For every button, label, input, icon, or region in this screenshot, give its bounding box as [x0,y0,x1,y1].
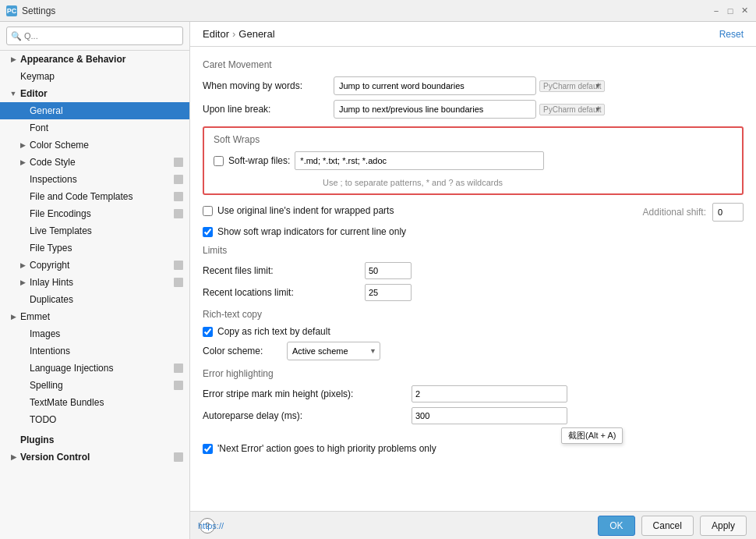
stripe-mark-label: Error stripe mark min height (pixels): [203,388,405,399]
sidebar-item-plugins[interactable]: Plugins [0,428,189,449]
soft-wrap-hint: Use ; to separate patterns, * and ? as w… [323,178,733,187]
sidebar-item-keymap[interactable]: Keymap [0,68,189,85]
sidebar-item-color-scheme[interactable]: ▶ Color Scheme [0,137,189,154]
spacer-icon [19,107,26,115]
sidebar-item-live-templates[interactable]: Live Templates [0,222,189,239]
color-scheme-select[interactable]: Active scheme Default Darcula [287,342,380,360]
sidebar-item-label: Language Injections [30,363,113,374]
soft-wrap-files-row: Soft-wrap files: [214,151,733,173]
content-area: Editor › General Reset Caret Movement Wh… [190,22,756,539]
breadcrumb: Editor › General [203,28,275,40]
soft-wrap-label: Soft-wrap files: [228,155,290,166]
sidebar-item-label: Version Control [20,452,90,463]
sidebar-item-version-control[interactable]: ▶ Version Control [0,449,189,466]
sidebar-item-label: Copyright [30,260,69,271]
line-break-select-wrap: Jump to next/previous line boundaries ▼ … [334,100,605,119]
page-icon [174,175,183,184]
close-button[interactable]: ✕ [739,5,750,16]
sidebar-item-label: Inlay Hints [30,277,73,288]
content-body: Caret Movement When moving by words: Jum… [190,47,756,511]
rich-text-title: Rich-text copy [203,309,744,320]
spacer-icon [9,436,17,444]
sidebar-item-label: Live Templates [30,225,92,236]
sidebar-item-file-code-templates[interactable]: File and Code Templates [0,188,189,205]
soft-wrap-indicators-row: Show soft wrap indicators for current li… [203,226,744,237]
word-movement-row: When moving by words: Jump to current wo… [203,76,744,95]
sidebar-item-emmet[interactable]: ▶ Emmet [0,308,189,325]
recent-files-input[interactable] [365,262,412,279]
copy-rich-text-checkbox[interactable] [203,327,213,337]
apply-button[interactable]: Apply [700,516,747,536]
page-icon [174,192,183,201]
additional-shift-input[interactable] [712,203,744,222]
sidebar-item-label: File Types [30,243,72,254]
breadcrumb-separator: › [232,28,235,40]
app-icon: PC [6,5,17,16]
sidebar-item-editor[interactable]: ▼ Editor [0,85,189,102]
chevron-right-icon: ▶ [19,141,26,149]
word-movement-select-wrap: Jump to current word boundaries ▼ PyChar… [334,76,605,95]
url-text: https:// [198,521,224,530]
sidebar-item-label: Color Scheme [30,140,89,151]
additional-shift-label: Additional shift: [643,207,706,218]
sidebar-item-copyright[interactable]: ▶ Copyright [0,257,189,274]
ok-button[interactable]: OK [598,516,634,536]
autoreparse-input[interactable] [412,407,567,424]
sidebar-item-duplicates[interactable]: Duplicates [0,291,189,308]
spacer-icon [19,176,26,183]
sidebar-item-label: Emmet [20,311,50,322]
spacer-icon [19,347,26,355]
window-controls[interactable]: − □ ✕ [711,5,750,16]
sidebar-item-label: File Encodings [30,208,91,219]
sidebar-item-label: Duplicates [30,294,73,305]
sidebar-item-intentions[interactable]: Intentions [0,342,189,360]
search-input[interactable] [6,27,183,45]
minimize-button[interactable]: − [711,5,722,16]
sidebar-item-code-style[interactable]: ▶ Code Style [0,154,189,171]
sidebar-item-appearance[interactable]: ▶ Appearance & Behavior [0,51,189,68]
error-highlighting-title: Error highlighting [203,368,744,379]
sidebar-item-language-injections[interactable]: Language Injections [0,360,189,377]
soft-wrap-checkbox[interactable] [214,156,224,166]
recent-locations-input[interactable] [365,284,412,301]
reset-link[interactable]: Reset [719,29,744,40]
soft-wraps-title: Soft Wraps [214,134,733,145]
sidebar-item-inspections[interactable]: Inspections [0,171,189,188]
sidebar-item-file-types[interactable]: File Types [0,239,189,257]
recent-files-label: Recent files limit: [203,265,359,276]
sidebar-item-inlay-hints[interactable]: ▶ Inlay Hints [0,274,189,291]
spacer-icon [19,399,26,406]
next-error-checkbox[interactable] [203,444,213,454]
sidebar-item-label: TextMate Bundles [30,397,104,408]
line-break-label: Upon line break: [203,104,327,115]
word-movement-select[interactable]: Jump to current word boundaries [334,76,536,95]
chevron-right-icon: ▶ [9,313,17,321]
original-indent-row: Use original line's indent for wrapped p… [203,203,744,222]
breadcrumb-general: General [238,28,274,40]
title-bar: PC Settings − □ ✕ [0,0,756,22]
original-indent-checkbox[interactable] [203,206,213,216]
soft-wrap-checkbox-row: Soft-wrap files: [214,151,544,170]
search-wrap: 🔍 [6,27,183,45]
sidebar-item-spelling[interactable]: Spelling [0,377,189,394]
sidebar-item-general[interactable]: General [0,102,189,119]
stripe-mark-input[interactable] [412,385,567,402]
spacer-icon [19,296,26,303]
page-icon [174,278,183,287]
sidebar-item-textmate[interactable]: TextMate Bundles [0,394,189,411]
maximize-button[interactable]: □ [725,5,736,16]
sidebar-item-images[interactable]: Images [0,325,189,342]
soft-wrap-indicators-checkbox[interactable] [203,227,213,237]
spacer-icon [19,330,26,338]
sidebar-item-file-encodings[interactable]: File Encodings [0,205,189,222]
sidebar-item-label: Spelling [30,380,63,391]
soft-wrap-input[interactable] [295,151,544,170]
line-break-select[interactable]: Jump to next/previous line boundaries [334,100,536,119]
cancel-button[interactable]: Cancel [641,516,694,536]
sidebar-item-label: File and Code Templates [30,191,133,202]
limits-title: Limits [203,245,744,256]
sidebar-item-font[interactable]: Font [0,119,189,137]
sidebar-item-todo[interactable]: TODO [0,411,189,428]
sidebar-item-label: Appearance & Behavior [20,54,125,65]
chevron-right-icon: ▶ [9,453,17,461]
